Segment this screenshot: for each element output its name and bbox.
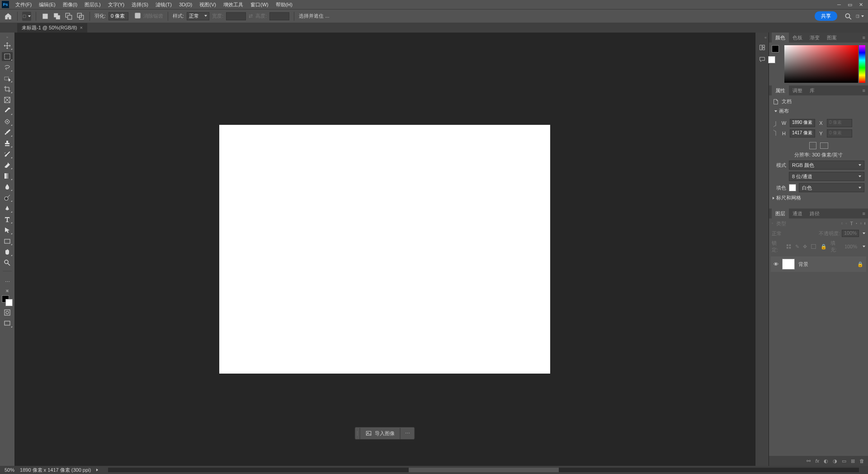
document-dimensions[interactable]: 1890 像素 x 1417 像素 (300 ppi)	[20, 467, 91, 474]
new-layer-icon[interactable]: ⊞	[851, 458, 855, 464]
edit-toolbar-icon[interactable]: ⋯	[2, 277, 13, 286]
foreground-swatch[interactable]	[772, 45, 779, 52]
menu-3d[interactable]: 3D(D)	[175, 2, 196, 7]
orientation-portrait-icon[interactable]	[809, 142, 816, 149]
dodge-tool[interactable]	[2, 193, 13, 202]
delete-layer-icon[interactable]: 🗑	[859, 458, 864, 464]
height-input[interactable]: 1417 像素	[790, 129, 815, 137]
mode-select[interactable]: RGB 颜色	[789, 161, 864, 170]
tab-channels[interactable]: 通道	[789, 209, 806, 219]
layer-thumbnail[interactable]	[782, 259, 795, 270]
pen-tool[interactable]	[2, 204, 13, 213]
canvas[interactable]	[219, 125, 550, 374]
color-panel-menu-icon[interactable]: ≡	[860, 35, 868, 40]
menu-layer[interactable]: 图层(L)	[81, 1, 104, 8]
lock-brush-icon[interactable]: ✎	[795, 244, 799, 250]
filter-shape-icon[interactable]	[856, 220, 858, 227]
menu-file[interactable]: 文件(F)	[12, 1, 35, 8]
search-icon[interactable]	[844, 12, 853, 21]
menu-image[interactable]: 图像(I)	[59, 1, 81, 8]
horizontal-scrollbar[interactable]	[108, 468, 859, 472]
ruler-section-header[interactable]: 标尺和网格	[773, 194, 864, 201]
selection-intersect-icon[interactable]	[76, 12, 85, 21]
frame-tool[interactable]	[2, 95, 13, 104]
stamp-tool[interactable]	[2, 139, 13, 148]
crop-tool[interactable]	[2, 85, 13, 94]
minimize-button[interactable]: ─	[834, 2, 844, 7]
zoom-tool[interactable]	[2, 258, 13, 267]
quick-select-tool[interactable]	[2, 74, 13, 83]
selection-add-icon[interactable]	[52, 12, 61, 21]
eraser-tool[interactable]	[2, 161, 13, 170]
layer-row-background[interactable]: 👁 背景 🔒	[771, 256, 866, 272]
gradient-tool[interactable]	[2, 171, 13, 180]
orientation-landscape-icon[interactable]	[820, 142, 828, 149]
background-swatch[interactable]	[768, 56, 775, 63]
canvas-area[interactable]: ⋮ 导入图像 ⋯	[14, 33, 755, 466]
tab-color[interactable]: 颜色	[772, 33, 789, 43]
status-menu-icon[interactable]	[96, 469, 98, 471]
lock-all-icon[interactable]: 🔒	[821, 244, 827, 250]
canvas-section-header[interactable]: 画布	[773, 108, 864, 114]
import-more-icon[interactable]: ⋯	[401, 428, 415, 439]
expand-panels-icon[interactable]: «	[764, 35, 767, 40]
filter-search-icon[interactable]	[772, 220, 774, 227]
move-tool[interactable]	[2, 41, 13, 50]
close-tab-icon[interactable]: ×	[80, 25, 82, 30]
lasso-tool[interactable]	[2, 63, 13, 72]
tab-adjustments[interactable]: 调整	[789, 85, 806, 96]
group-icon[interactable]: ▭	[842, 458, 846, 464]
color-field[interactable]	[784, 45, 858, 83]
fx-icon[interactable]: fx	[815, 458, 819, 464]
tab-layers[interactable]: 图层	[772, 209, 789, 219]
fill-swatch[interactable]	[789, 184, 796, 191]
menu-edit[interactable]: 编辑(E)	[35, 1, 59, 8]
filter-toggle-icon[interactable]	[864, 222, 865, 225]
marquee-tool-icon[interactable]	[22, 12, 31, 21]
hue-slider[interactable]	[859, 45, 865, 83]
filter-smart-icon[interactable]	[860, 220, 862, 227]
eyedropper-tool[interactable]	[2, 106, 13, 115]
adjustment-layer-icon[interactable]: ◑	[833, 458, 837, 464]
brush-tool[interactable]	[2, 128, 13, 137]
collapse-tools-icon[interactable]: »	[6, 35, 8, 39]
depth-select[interactable]: 8 位/通道	[789, 172, 864, 181]
filter-type-icon[interactable]: T	[850, 221, 853, 226]
lock-pixels-icon[interactable]	[786, 243, 792, 250]
visibility-icon[interactable]: 👁	[774, 261, 778, 267]
layers-panel-menu-icon[interactable]: ≡	[860, 211, 868, 216]
selection-subtract-icon[interactable]	[64, 12, 73, 21]
share-button[interactable]: 共享	[815, 11, 837, 21]
tab-properties[interactable]: 属性	[772, 85, 789, 96]
drag-grip-icon[interactable]: ⋮	[355, 427, 360, 439]
tab-paths[interactable]: 路径	[806, 209, 823, 219]
tab-libraries[interactable]: 库	[806, 85, 818, 96]
path-select-tool[interactable]	[2, 226, 13, 235]
link-wh-icon[interactable]	[774, 120, 778, 137]
menu-select[interactable]: 选择(S)	[128, 1, 152, 8]
menu-help[interactable]: 帮助(H)	[272, 1, 296, 8]
close-button[interactable]: ✕	[855, 2, 866, 8]
filter-pixel-icon[interactable]	[841, 220, 843, 227]
menu-enhance[interactable]: 增效工具	[220, 1, 247, 8]
selection-new-icon[interactable]	[41, 12, 50, 21]
link-layers-icon[interactable]: ⚯	[807, 458, 811, 464]
comments-panel-icon[interactable]	[759, 56, 765, 63]
select-and-mask-button[interactable]: 选择并遮住 ...	[299, 13, 329, 19]
hand-tool[interactable]	[2, 247, 13, 256]
filter-adjust-icon[interactable]	[845, 220, 847, 227]
quick-mask-icon[interactable]	[2, 308, 13, 317]
home-icon[interactable]	[4, 12, 13, 21]
menu-view[interactable]: 视图(V)	[196, 1, 220, 8]
history-brush-tool[interactable]	[2, 150, 13, 159]
lock-position-icon[interactable]: ✥	[803, 244, 807, 250]
width-input[interactable]: 1890 像素	[790, 119, 815, 127]
tab-patterns[interactable]: 图案	[823, 33, 840, 43]
mask-icon[interactable]: ◐	[824, 458, 828, 464]
menu-filter[interactable]: 滤镜(T)	[152, 1, 175, 8]
properties-panel-menu-icon[interactable]: ≡	[860, 88, 868, 93]
foreground-background-colors[interactable]	[2, 295, 13, 306]
style-select[interactable]: 正常	[187, 12, 209, 20]
layer-filter-input[interactable]	[776, 221, 839, 226]
maximize-button[interactable]: ▭	[844, 2, 855, 8]
